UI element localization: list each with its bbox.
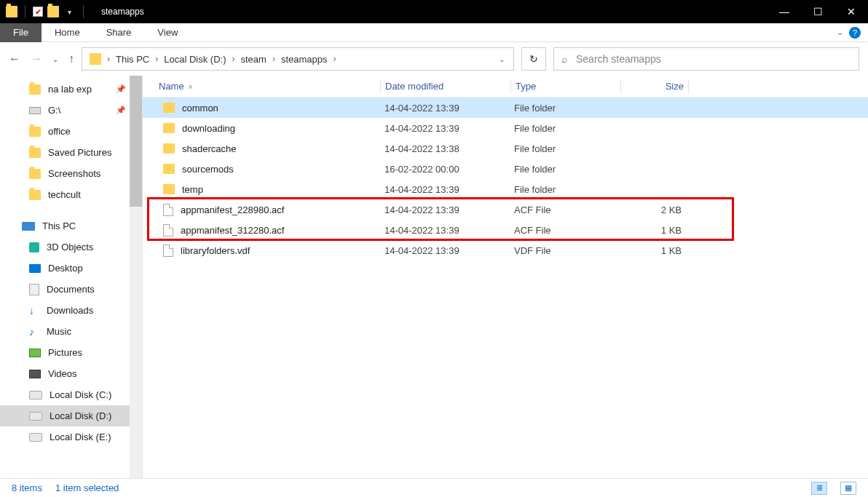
col-size-header[interactable]: Size <box>621 81 688 92</box>
sidebar-item[interactable]: Pictures <box>0 342 142 363</box>
sidebar-item[interactable]: ♪Music <box>0 321 142 342</box>
up-button[interactable]: ↑ <box>68 52 74 65</box>
crumb-sep-icon[interactable]: › <box>154 54 159 64</box>
file-size: 2 KB <box>619 204 686 215</box>
3d-icon <box>29 242 39 253</box>
file-row[interactable]: sourcemods16-02-2022 00:00File folder <box>143 159 868 179</box>
sidebar-item-label: Local Disk (D:) <box>50 410 111 421</box>
crumb-sep-icon[interactable]: › <box>331 54 337 64</box>
pin-icon: 📌 <box>116 106 126 115</box>
title-bar: ✔ ▾ steamapps — ☐ ✕ <box>0 0 868 23</box>
scrollbar-thumb[interactable] <box>130 76 142 207</box>
qat-properties-icon[interactable]: ✔ <box>33 7 43 17</box>
video-icon <box>29 370 41 378</box>
help-button[interactable]: ? <box>849 27 861 39</box>
share-tab[interactable]: Share <box>93 23 145 42</box>
recent-dropdown-icon[interactable]: ⌄ <box>52 55 58 63</box>
file-row[interactable]: temp14-04-2022 13:39File folder <box>143 179 868 199</box>
col-type-header[interactable]: Type <box>511 81 620 92</box>
file-row[interactable]: libraryfolders.vdf14-04-2022 13:39VDF Fi… <box>143 240 868 261</box>
sidebar-item[interactable]: Local Disk (C:) <box>0 384 142 405</box>
drive-icon <box>29 412 42 421</box>
forward-button[interactable]: → <box>31 52 42 65</box>
file-name: shadercache <box>182 143 236 154</box>
sidebar-item-label: Screenshots <box>48 168 100 179</box>
sidebar-item[interactable]: ↓Downloads <box>0 300 142 321</box>
sidebar-item-label: G:\ <box>48 105 60 116</box>
crumb-sep-icon[interactable]: › <box>271 54 277 64</box>
sidebar-item-label: Videos <box>48 368 77 379</box>
download-icon: ↓ <box>29 306 39 316</box>
desktop-icon <box>29 264 41 273</box>
col-name-header[interactable]: Name ʌ <box>143 81 380 92</box>
ribbon-collapse-icon[interactable]: ⌄ <box>837 28 843 37</box>
addr-dropdown-icon[interactable]: ⌄ <box>493 55 510 63</box>
address-bar[interactable]: › This PC › Local Disk (D:) › steam › st… <box>82 47 514 71</box>
folder-icon <box>29 84 41 95</box>
folder-icon <box>29 127 41 137</box>
file-row[interactable]: appmanifest_228980.acf14-04-2022 13:39AC… <box>143 199 868 220</box>
divider <box>83 5 84 18</box>
crumb-drive[interactable]: Local Disk (D:) <box>159 54 230 65</box>
crumb-thispc[interactable]: This PC <box>111 54 154 65</box>
sidebar-item[interactable]: Local Disk (E:) <box>0 426 142 448</box>
sidebar-item[interactable]: Local Disk (D:) <box>0 405 142 426</box>
sidebar-item[interactable]: Documents <box>0 279 142 300</box>
sidebar-item[interactable]: G:\📌 <box>0 100 142 121</box>
sidebar-item[interactable]: na lab exp📌 <box>0 79 142 100</box>
file-name: sourcemods <box>182 164 234 175</box>
file-tab[interactable]: File <box>0 23 42 42</box>
crumb-sep-icon[interactable]: › <box>106 54 111 64</box>
file-icon <box>163 224 173 236</box>
sidebar-item[interactable]: techcult <box>0 184 142 205</box>
file-row[interactable]: shadercache14-04-2022 13:38File folder <box>143 138 868 159</box>
doc-icon <box>29 284 39 295</box>
file-date: 16-02-2022 00:00 <box>380 164 510 175</box>
pin-icon: 📌 <box>116 84 126 94</box>
status-item-count: 8 items <box>12 482 42 493</box>
divider <box>25 5 25 18</box>
file-list[interactable]: common14-04-2022 13:39File folderdownloa… <box>143 98 868 261</box>
large-icons-view-button[interactable]: ▦ <box>840 482 856 495</box>
maximize-button[interactable]: ☐ <box>801 0 835 23</box>
search-icon: ⌕ <box>561 53 567 65</box>
file-row[interactable]: appmanifest_312280.acf14-04-2022 13:39AC… <box>143 220 868 240</box>
sidebar-item[interactable]: Videos <box>0 363 142 384</box>
sidebar-item[interactable]: Saved Pictures <box>0 142 142 163</box>
sidebar-item-label: 3D Objects <box>47 242 93 253</box>
col-separator[interactable] <box>688 79 689 94</box>
file-row[interactable]: downloading14-04-2022 13:39File folder <box>143 118 868 138</box>
sidebar-item[interactable]: Desktop <box>0 258 142 279</box>
close-button[interactable]: ✕ <box>835 0 868 23</box>
file-date: 14-04-2022 13:38 <box>380 143 510 154</box>
search-box[interactable]: ⌕ Search steamapps <box>553 47 859 71</box>
home-tab[interactable]: Home <box>42 23 93 42</box>
col-date-header[interactable]: Date modified <box>381 81 510 92</box>
status-bar: 8 items 1 item selected ≣ ▦ <box>0 478 868 497</box>
sort-indicator-icon: ʌ <box>189 83 192 90</box>
details-view-button[interactable]: ≣ <box>811 482 827 495</box>
file-date: 14-04-2022 13:39 <box>380 204 510 215</box>
sidebar-item-thispc[interactable]: This PC <box>0 215 142 236</box>
file-type: File folder <box>510 143 619 154</box>
sidebar-item-label: Saved Pictures <box>48 147 111 158</box>
back-button[interactable]: ← <box>9 52 20 65</box>
qat-dropdown-icon[interactable]: ▾ <box>68 8 71 16</box>
sidebar-item[interactable]: 3D Objects <box>0 236 142 258</box>
refresh-button[interactable]: ↻ <box>521 47 546 71</box>
minimize-button[interactable]: — <box>768 0 801 23</box>
view-tab[interactable]: View <box>144 23 191 42</box>
file-pane: Name ʌ Date modified Type Size common14-… <box>143 76 868 478</box>
file-type: File folder <box>510 103 619 114</box>
file-date: 14-04-2022 13:39 <box>380 225 510 236</box>
sidebar-item[interactable]: office <box>0 121 142 142</box>
crumb-steam[interactable]: steam <box>236 54 270 65</box>
file-name: temp <box>182 184 203 195</box>
crumb-steamapps[interactable]: steamapps <box>277 54 332 65</box>
file-row[interactable]: common14-04-2022 13:39File folder <box>143 98 868 118</box>
sidebar-item[interactable]: Screenshots <box>0 163 142 184</box>
status-selection-count: 1 item selected <box>55 482 119 493</box>
qat-newfolder-icon[interactable] <box>47 6 59 17</box>
addr-folder-icon <box>90 53 101 65</box>
crumb-sep-icon[interactable]: › <box>230 54 236 64</box>
